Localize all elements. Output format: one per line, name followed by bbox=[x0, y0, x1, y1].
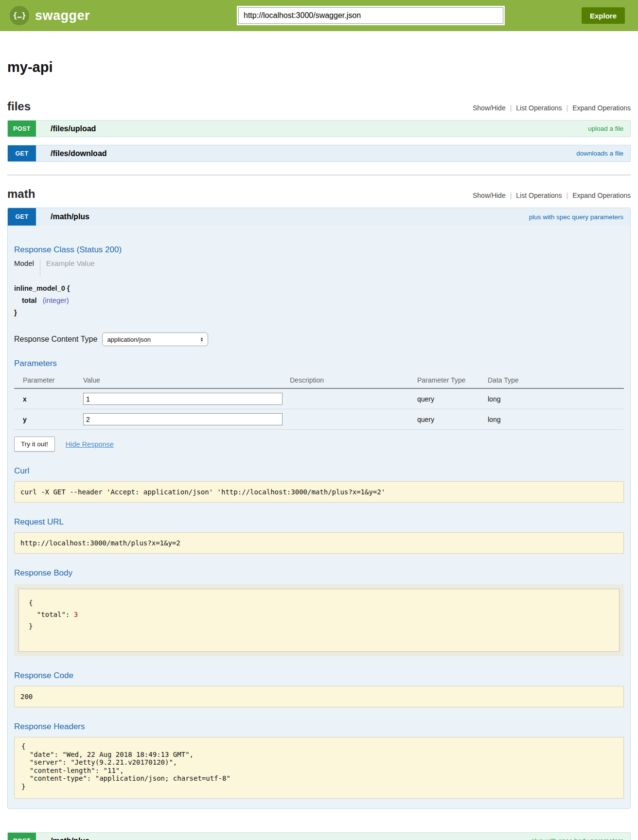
model-close: } bbox=[14, 309, 17, 316]
operation-summary-math-plus[interactable]: plus with spec query parameters bbox=[529, 213, 623, 221]
column-header-value: Value bbox=[83, 373, 290, 388]
operation-summary-math-plus-post[interactable]: plus with spec body parameters bbox=[531, 837, 623, 840]
operation-get-files-download[interactable]: GET /files/download downloads a file bbox=[7, 145, 631, 162]
column-header-parameter: Parameter bbox=[14, 373, 83, 388]
resource-divider bbox=[7, 175, 631, 175]
list-operations-link-files[interactable]: List Operations bbox=[516, 104, 562, 112]
parameter-data-type: long bbox=[488, 409, 624, 430]
resource-title-math[interactable]: math bbox=[7, 187, 35, 201]
resource-title-files[interactable]: files bbox=[7, 100, 31, 113]
post-method-badge[interactable]: POST bbox=[8, 833, 36, 840]
select-arrows-icon: ▲ ▼ bbox=[200, 337, 203, 342]
parameter-data-type: long bbox=[488, 388, 624, 409]
operation-path-math-plus[interactable]: /math/plus bbox=[51, 212, 89, 221]
operation-post-files-upload[interactable]: POST /files/upload upload a file bbox=[7, 120, 631, 137]
parameters-table: Parameter Value Description Parameter Ty… bbox=[14, 373, 624, 430]
link-separator: | bbox=[510, 192, 512, 199]
parameter-type: query bbox=[417, 409, 488, 430]
operation-get-math-plus: GET /math/plus plus with spec query para… bbox=[7, 208, 631, 809]
resource-files: files Show/Hide|List Operations|Expand O… bbox=[7, 100, 631, 162]
model-open: inline_model_0 { bbox=[14, 284, 70, 292]
brand[interactable]: {…} swagger bbox=[10, 6, 90, 25]
operation-path-files-download[interactable]: /files/download bbox=[51, 149, 107, 158]
expand-operations-link-files[interactable]: Expand Operations bbox=[572, 104, 631, 112]
post-method-badge[interactable]: POST bbox=[8, 121, 36, 137]
response-body-box: { "total": 3 } bbox=[18, 589, 620, 652]
model-prop-name: total bbox=[22, 297, 37, 304]
parameter-row-y: y query long bbox=[14, 409, 624, 430]
json-number-value: 3 bbox=[74, 611, 78, 618]
tab-example-value[interactable]: Example Value bbox=[40, 259, 95, 267]
column-header-data-type: Data Type bbox=[488, 373, 624, 388]
tab-model[interactable]: Model bbox=[14, 259, 40, 267]
parameter-name: y bbox=[14, 409, 83, 430]
resource-math: math Show/Hide|List Operations|Expand Op… bbox=[7, 187, 631, 840]
operation-summary-files-upload[interactable]: upload a file bbox=[588, 125, 623, 132]
response-code-box: 200 bbox=[14, 686, 624, 707]
explore-button[interactable]: Explore bbox=[582, 7, 625, 24]
list-operations-link-math[interactable]: List Operations bbox=[516, 192, 562, 199]
link-separator: | bbox=[567, 104, 568, 112]
response-code-heading: Response Code bbox=[14, 671, 624, 681]
response-body-heading: Response Body bbox=[14, 568, 624, 578]
operation-post-math-plus[interactable]: POST /math/plus plus with spec body para… bbox=[7, 832, 631, 840]
response-content-type-value: application/json bbox=[107, 336, 151, 343]
link-separator: | bbox=[567, 192, 568, 199]
parameter-type: query bbox=[417, 388, 488, 409]
get-method-badge[interactable]: GET bbox=[8, 145, 36, 161]
swagger-logo-icon: {…} bbox=[10, 6, 29, 25]
column-header-parameter-type: Parameter Type bbox=[417, 373, 488, 388]
parameter-row-x: x query long bbox=[14, 388, 624, 409]
response-content-type-label: Response Content Type bbox=[14, 335, 97, 344]
column-header-description: Description bbox=[290, 373, 417, 388]
model-signature: inline_model_0 { total (integer) } bbox=[14, 282, 624, 319]
parameter-x-input[interactable] bbox=[83, 393, 283, 405]
expand-operations-link-math[interactable]: Expand Operations bbox=[572, 192, 631, 199]
request-url-heading: Request URL bbox=[14, 517, 624, 527]
show-hide-link-math[interactable]: Show/Hide bbox=[473, 192, 506, 199]
response-content-type-select[interactable]: application/json ▲ ▼ bbox=[102, 332, 208, 346]
page-title: my-api bbox=[7, 59, 631, 75]
link-separator: | bbox=[510, 104, 512, 112]
curl-heading: Curl bbox=[14, 466, 624, 476]
hide-response-link[interactable]: Hide Response bbox=[66, 440, 114, 448]
curl-command-box: curl -X GET --header 'Accept: applicatio… bbox=[14, 481, 624, 503]
parameter-name: x bbox=[14, 388, 83, 409]
model-prop-type: (integer) bbox=[43, 297, 69, 304]
model-tabs: Model Example Value bbox=[14, 259, 624, 276]
show-hide-link-files[interactable]: Show/Hide bbox=[473, 104, 506, 112]
brand-name: swagger bbox=[35, 8, 90, 23]
spec-url-input[interactable] bbox=[238, 7, 503, 24]
get-method-badge[interactable]: GET bbox=[8, 208, 36, 226]
parameter-y-input[interactable] bbox=[83, 413, 283, 425]
response-headers-heading: Response Headers bbox=[14, 722, 624, 732]
operation-heading-get-math-plus[interactable]: GET /math/plus plus with spec query para… bbox=[8, 208, 630, 226]
operation-content: Response Class (Status 200) Model Exampl… bbox=[8, 226, 630, 808]
operation-path-files-upload[interactable]: /files/upload bbox=[51, 124, 96, 133]
parameter-description bbox=[290, 388, 417, 409]
parameter-description bbox=[290, 409, 417, 430]
parameters-heading: Parameters bbox=[14, 359, 624, 368]
request-url-box: http://localhost:3000/math/plus?x=1&y=2 bbox=[14, 532, 624, 554]
try-it-out-button[interactable]: Try it out! bbox=[14, 437, 55, 452]
response-body-outer: { "total": 3 } bbox=[14, 584, 624, 656]
top-bar: {…} swagger Explore bbox=[0, 0, 638, 31]
operation-path-math-plus-post[interactable]: /math/plus bbox=[51, 837, 89, 840]
response-headers-box: { "date": "Wed, 22 Aug 2018 18:49:13 GMT… bbox=[14, 737, 624, 799]
operation-summary-files-download[interactable]: downloads a file bbox=[576, 150, 623, 157]
response-class-heading: Response Class (Status 200) bbox=[14, 245, 624, 255]
